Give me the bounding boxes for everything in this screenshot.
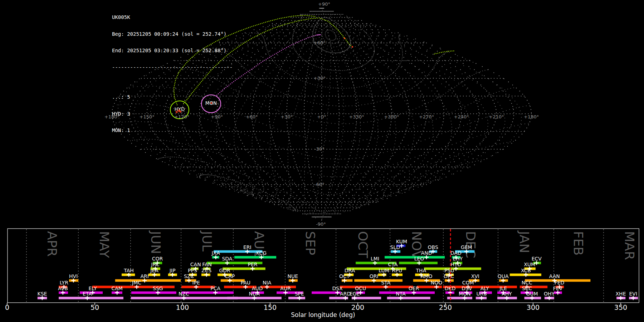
shower-code: AUD (252, 286, 263, 291)
shower-jxa: JXA (211, 250, 220, 259)
observation-info: UK005K Beg: 20251205 00:09:24 (sol = 252… (112, 4, 233, 145)
shower-code: HVI (69, 273, 78, 279)
peak-marker (283, 291, 288, 295)
shower-code: LUM (379, 268, 389, 273)
shower-code: IPE (192, 280, 200, 286)
peak-marker (142, 279, 147, 283)
shower-code: PCA (210, 286, 220, 291)
peak-marker (372, 279, 376, 283)
shower-code: DSV (462, 286, 472, 291)
shower-code: EVI (629, 291, 638, 297)
month-label-sep: SEP (303, 231, 318, 255)
peak-marker (454, 267, 458, 271)
shower-code: SDA (222, 256, 232, 262)
shower-code: ETA (83, 291, 92, 297)
peak-marker (424, 279, 429, 283)
shower-code: CTA (388, 262, 398, 267)
obs-end: End: 20251205 03:20:33 (sol = 252.88°) (112, 48, 233, 54)
shower-nue: NUE (287, 273, 298, 283)
shower-code: FEV (553, 286, 563, 291)
activity-bar (354, 279, 402, 282)
separator-line: ---------------------------------------- (112, 65, 233, 70)
peak-marker (352, 296, 357, 300)
shower-code: NOO (431, 280, 443, 286)
month-label-feb: FEB (571, 231, 586, 255)
shower-code: OCT (339, 273, 350, 279)
shower-code: URS (477, 291, 487, 297)
shower-code: JIP (169, 268, 176, 273)
peak-marker (417, 261, 421, 265)
peak-marker (127, 273, 131, 277)
shower-code: OER (409, 286, 419, 291)
peak-marker (619, 296, 623, 300)
peak-marker (225, 261, 229, 265)
shower-code: MON (459, 291, 471, 297)
peak-marker (204, 273, 209, 277)
shower-sld: SLD (390, 244, 400, 254)
shower-evi: EVI (629, 291, 638, 300)
peak-marker (434, 285, 439, 289)
shower-dsx: DSX (312, 286, 343, 295)
shower-hvi: HVI (69, 273, 78, 283)
peak-marker (115, 291, 119, 295)
activity-bar (340, 286, 413, 288)
tick-label: 150 (264, 303, 277, 311)
shower-code: ELY (88, 286, 97, 291)
shower-code: XHE (616, 291, 626, 297)
peak-marker (187, 279, 191, 283)
tick-label: 0 (5, 303, 9, 311)
shower-code: FED (555, 280, 565, 286)
peak-marker (214, 255, 218, 259)
shower-code: KSE (38, 291, 47, 297)
month-label-jul: JUL (200, 230, 214, 252)
peak-marker (343, 296, 347, 300)
peak-marker (243, 285, 248, 289)
peak-marker (342, 279, 347, 283)
obs-begin: Beg: 20251205 00:09:24 (sol = 252.74°) (112, 31, 233, 37)
shower-ege: EGE (350, 291, 381, 300)
shower-code: SPE (295, 291, 304, 297)
tick-label: 200 (351, 303, 364, 311)
shower-code: ARI (140, 273, 148, 279)
shower-code: STA (381, 280, 390, 286)
shower-code: DPC (444, 273, 454, 279)
station-id: UK005K (112, 15, 233, 20)
shower-code: ZCS (201, 268, 211, 273)
peak-marker (297, 296, 302, 300)
month-label-oct: OCT (356, 231, 370, 258)
shower-code: OHY (544, 291, 555, 297)
peak-marker (228, 279, 232, 283)
peak-marker (170, 273, 175, 277)
shower-code: XCB (521, 268, 531, 273)
peak-marker (530, 296, 534, 300)
activity-bar (387, 297, 430, 299)
shower-code: NIA (263, 280, 272, 286)
shower-code: COM (462, 280, 474, 286)
shower-code: KCG (256, 250, 267, 256)
shower-tah: TAH (122, 268, 135, 277)
shower-code: LEO (414, 256, 424, 262)
month-label-mar: MAR (622, 231, 637, 260)
shower-code: ALY (480, 286, 489, 291)
peak-marker (71, 279, 75, 283)
shower-code: AHY (502, 291, 512, 297)
shower-nda: NDA (227, 291, 282, 300)
shower-code: AND (421, 250, 432, 256)
month-label-may: MAY (97, 231, 112, 258)
shower-code: JXA (211, 250, 220, 256)
shower-code: HYD (450, 262, 461, 267)
shower-lum: LUM (378, 268, 389, 277)
peak-marker (505, 296, 509, 300)
month-label-jan: JAN (517, 230, 532, 253)
x-axis: 050100150200250300350Solar longitude (de… (5, 303, 627, 318)
shower-code: LYR (60, 280, 68, 286)
peak-marker (524, 273, 528, 277)
peak-marker (265, 285, 269, 289)
shower-kse: KSE (38, 291, 47, 300)
shower-code: ARD (340, 291, 351, 297)
shower-xhe: XHE (616, 291, 626, 300)
shower-code: TAH (123, 268, 134, 273)
activity-bar (115, 279, 181, 282)
activity-bar (59, 297, 123, 299)
peak-marker (382, 273, 386, 277)
